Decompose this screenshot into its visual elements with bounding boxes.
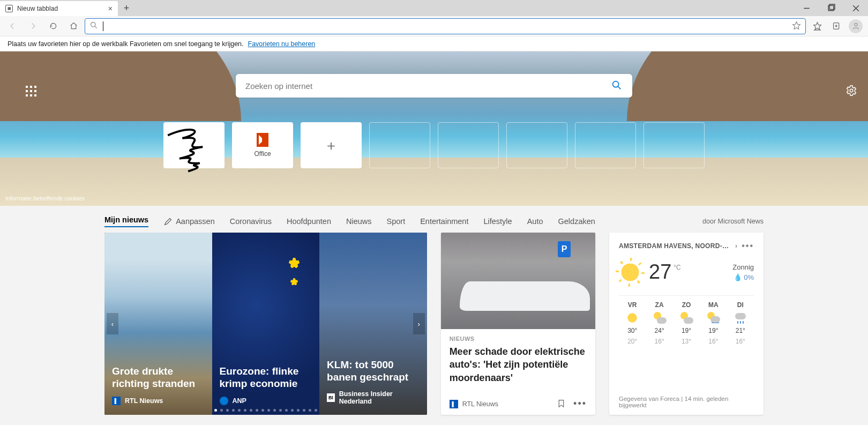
- profile-button[interactable]: [847, 18, 865, 34]
- window-titlebar: ▦ Nieuw tabblad × +: [0, 0, 868, 16]
- window-controls: [794, 0, 868, 16]
- text-cursor: [103, 21, 103, 31]
- weather-precipitation: 💧 0%: [732, 273, 754, 281]
- quick-tile-empty[interactable]: [643, 122, 705, 168]
- forecast-day[interactable]: MA19°16°: [700, 301, 727, 345]
- browser-tab[interactable]: ▦ Nieuw tabblad ×: [0, 1, 118, 16]
- weather-condition: Zonnig: [732, 263, 754, 271]
- quick-tile-empty[interactable]: [506, 122, 567, 168]
- news-card-title: Meer schade door elektrische auto's: 'He…: [450, 345, 587, 384]
- nav-aanpassen[interactable]: Aanpassen: [163, 217, 215, 226]
- weather-location: AMSTERDAM HAVENS, NOORD-H…: [619, 242, 731, 250]
- window-minimize-button[interactable]: [794, 0, 819, 16]
- forecast-day[interactable]: ZO19°13°: [673, 301, 700, 345]
- window-close-button[interactable]: [843, 0, 868, 16]
- refresh-button[interactable]: [44, 18, 62, 34]
- forward-button: [24, 18, 42, 34]
- svg-point-13: [854, 23, 857, 26]
- carousel-dots[interactable]: [104, 409, 427, 412]
- partly-cloudy-icon: [680, 312, 692, 324]
- carousel-item-source: RTL Nieuws: [125, 397, 163, 405]
- more-icon[interactable]: •••: [742, 241, 754, 251]
- hero-search-input[interactable]: [245, 81, 611, 91]
- bookmark-icon[interactable]: [557, 399, 566, 409]
- chevron-right-icon[interactable]: ›: [735, 242, 737, 250]
- source-icon: BI: [327, 393, 335, 402]
- forecast-day[interactable]: ZA24°16°: [646, 301, 672, 345]
- quick-tile-label: Office: [254, 150, 271, 158]
- nav-mijn-nieuws[interactable]: Mijn nieuws: [104, 215, 148, 227]
- quick-tiles: Office ＋: [163, 122, 705, 168]
- manage-favorites-link[interactable]: Favorieten nu beheren: [248, 40, 316, 48]
- hero-search-box[interactable]: [236, 74, 632, 98]
- hero-search-icon[interactable]: [611, 79, 623, 93]
- news-nav: Mijn nieuws Aanpassen Coronavirus Hoofdp…: [104, 212, 764, 233]
- weather-temperature: 27: [649, 260, 671, 284]
- news-card-category: NIEUWS: [450, 335, 587, 342]
- quick-tile-empty[interactable]: [575, 122, 636, 168]
- nav-lifestyle[interactable]: Lifestyle: [483, 217, 512, 226]
- news-card-source: RTL Nieuws: [462, 400, 498, 408]
- forecast-day[interactable]: VR30°20°: [619, 301, 646, 345]
- office-icon: [257, 133, 268, 147]
- quick-tile-add[interactable]: ＋: [301, 122, 362, 168]
- quick-tile-empty[interactable]: [369, 122, 430, 168]
- address-input[interactable]: [108, 19, 788, 34]
- sun-icon: [619, 261, 641, 284]
- sun-icon: [626, 312, 638, 324]
- svg-line-16: [618, 86, 621, 89]
- nav-sport[interactable]: Sport: [387, 217, 406, 226]
- carousel-item-title: Eurozone: flinke krimp economie: [220, 365, 312, 391]
- forecast-day[interactable]: DI21°16°: [727, 301, 754, 345]
- weather-footer: Gegevens van Foreca | 14 min. geleden bi…: [619, 389, 754, 408]
- page-settings-icon[interactable]: [845, 85, 857, 98]
- svg-marker-8: [813, 23, 821, 30]
- svg-line-6: [95, 26, 96, 28]
- quick-tile-office[interactable]: Office: [232, 122, 293, 168]
- nav-geldzaken[interactable]: Geldzaken: [558, 217, 595, 226]
- tab-close-icon[interactable]: ×: [108, 4, 113, 13]
- nav-coronavirus[interactable]: Coronavirus: [230, 217, 272, 226]
- nav-entertainment[interactable]: Entertainment: [420, 217, 468, 226]
- scribble-icon: [159, 118, 229, 176]
- new-tab-button[interactable]: +: [118, 0, 135, 16]
- more-icon[interactable]: •••: [573, 398, 587, 409]
- favorites-hint-text: Plaats uw favorieten hier op de werkbalk…: [8, 40, 244, 48]
- quick-tile-redacted[interactable]: [163, 122, 225, 168]
- source-icon: ▌: [450, 400, 458, 408]
- nav-auto[interactable]: Auto: [527, 217, 543, 226]
- carousel-item[interactable]: KLM: tot 5000 banen geschrapt BIBusiness…: [319, 233, 427, 415]
- carousel-next-button[interactable]: ›: [413, 313, 425, 334]
- carousel-item-source: Business Insider Nederland: [339, 390, 420, 405]
- carousel-item-source: ANP: [233, 397, 246, 405]
- carousel-prev-button[interactable]: ‹: [107, 313, 118, 334]
- carousel-item[interactable]: Grote drukte richting stranden ▌RTL Nieu…: [104, 233, 212, 415]
- favorites-button[interactable]: [808, 18, 826, 34]
- weather-card[interactable]: AMSTERDAM HAVENS, NOORD-H… › ••• 27 °C Z…: [609, 233, 764, 415]
- address-bar[interactable]: [85, 18, 806, 34]
- window-maximize-button[interactable]: [819, 0, 843, 16]
- svg-point-14: [850, 89, 853, 92]
- tab-title: Nieuw tabblad: [17, 5, 104, 12]
- pencil-icon: [163, 217, 173, 226]
- favorites-hint-bar: Plaats uw favorieten hier op de werkbalk…: [0, 36, 868, 51]
- source-icon: ▌: [112, 397, 121, 405]
- home-button[interactable]: [64, 18, 83, 34]
- tab-favicon: ▦: [5, 5, 13, 12]
- news-card[interactable]: NIEUWS Meer schade door elektrische auto…: [441, 233, 595, 415]
- source-icon: [220, 397, 228, 405]
- browser-toolbar: [0, 16, 868, 36]
- search-icon: [89, 21, 99, 32]
- partly-cloudy-icon: [654, 312, 665, 324]
- favorite-star-icon[interactable]: [792, 21, 801, 32]
- cloud-rain-icon: [735, 312, 746, 324]
- cookie-info-link[interactable]: Informatie betreffende cookies: [5, 195, 85, 202]
- nav-nieuws[interactable]: Nieuws: [346, 217, 372, 226]
- quick-tile-empty[interactable]: [438, 122, 499, 168]
- app-launcher-icon[interactable]: [25, 85, 38, 98]
- collections-button[interactable]: [827, 18, 845, 34]
- avatar-icon: [849, 19, 863, 33]
- news-carousel[interactable]: Gesprek van de dag ‹ › Grote drukte rich…: [104, 233, 427, 415]
- nav-hoofdpunten[interactable]: Hoofdpunten: [287, 217, 331, 226]
- carousel-item[interactable]: Eurozone: flinke krimp economie ANP: [212, 233, 320, 415]
